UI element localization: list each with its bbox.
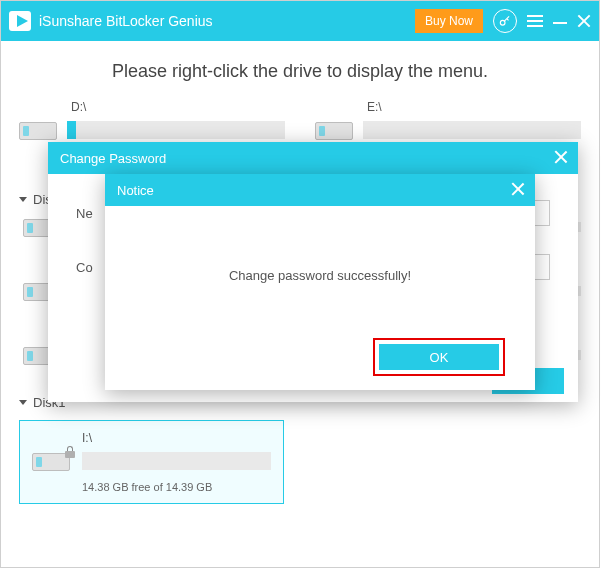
ok-button[interactable]: OK bbox=[379, 344, 499, 370]
instruction-text: Please right-click the drive to display … bbox=[1, 41, 599, 100]
key-icon[interactable] bbox=[493, 9, 517, 33]
app-logo-icon bbox=[9, 11, 31, 31]
buy-now-button[interactable]: Buy Now bbox=[415, 9, 483, 33]
notice-message: Change password successfully! bbox=[125, 268, 515, 283]
usage-bar bbox=[67, 121, 285, 139]
chevron-down-icon bbox=[19, 400, 27, 405]
close-icon[interactable] bbox=[511, 182, 525, 196]
app-title: iSunshare BitLocker Genius bbox=[39, 13, 213, 29]
drive-item[interactable]: E:\ bbox=[315, 100, 581, 142]
hdd-lock-icon bbox=[32, 449, 72, 473]
hdd-icon bbox=[315, 118, 355, 142]
usage-bar bbox=[363, 121, 581, 139]
dialog-title: Notice bbox=[117, 183, 154, 198]
ok-button-highlight: OK bbox=[373, 338, 505, 376]
menu-icon[interactable] bbox=[527, 13, 543, 29]
selected-drive-card[interactable]: I:\ 14.38 GB free of 14.39 GB bbox=[19, 420, 284, 504]
hdd-icon bbox=[19, 118, 59, 142]
drive-item[interactable]: D:\ bbox=[19, 100, 285, 142]
minimize-button[interactable] bbox=[553, 14, 567, 28]
drive-letter: I:\ bbox=[32, 431, 271, 445]
usage-bar bbox=[82, 452, 271, 470]
free-space-text: 14.38 GB free of 14.39 GB bbox=[32, 481, 271, 493]
close-button[interactable] bbox=[577, 14, 591, 28]
app-window: iSunshare BitLocker Genius Buy Now Pleas… bbox=[0, 0, 600, 568]
notice-dialog: Notice Change password successfully! OK bbox=[105, 174, 535, 390]
dialog-titlebar: Notice bbox=[105, 174, 535, 206]
close-icon[interactable] bbox=[554, 150, 568, 164]
drive-letter: D:\ bbox=[19, 100, 285, 114]
drive-letter: E:\ bbox=[315, 100, 581, 114]
titlebar: iSunshare BitLocker Genius Buy Now bbox=[1, 1, 599, 41]
dialog-title: Change Password bbox=[60, 151, 166, 166]
dialog-titlebar: Change Password bbox=[48, 142, 578, 174]
titlebar-controls: Buy Now bbox=[415, 9, 591, 33]
chevron-down-icon bbox=[19, 197, 27, 202]
